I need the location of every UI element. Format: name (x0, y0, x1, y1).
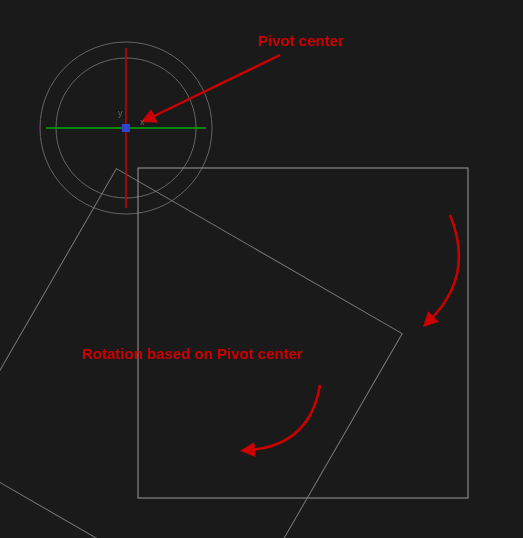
diagram-svg (0, 0, 523, 538)
square-original (138, 168, 468, 498)
rotation-arrow-right (430, 215, 459, 320)
rotation-note-label: Rotation based on Pivot center (82, 345, 303, 362)
pivot-pointer-arrow (150, 55, 280, 118)
axis-x-label: x (140, 117, 145, 127)
z-axis-marker (122, 124, 130, 132)
rotation-arrow-lower (250, 385, 320, 450)
axis-y-label: y (118, 108, 123, 118)
pivot-center-label: Pivot center (258, 32, 344, 49)
diagram-canvas: Pivot center Rotation based on Pivot cen… (0, 0, 523, 538)
